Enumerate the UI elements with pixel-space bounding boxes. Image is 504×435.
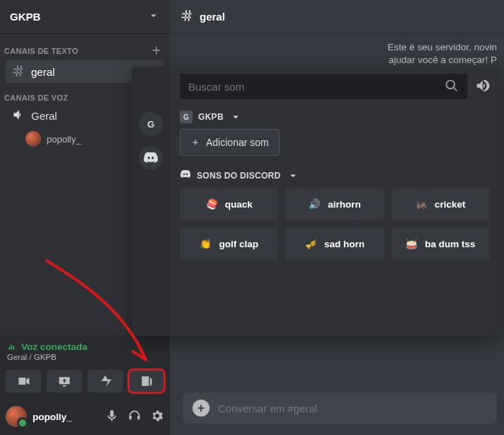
hash-icon — [11, 64, 25, 80]
sound-label: airhorn — [328, 199, 361, 210]
server-name: GKPB — [10, 11, 40, 23]
sound-ba-dum-tss[interactable]: 🥁 ba dum tss — [391, 227, 490, 260]
soundboard-button[interactable] — [129, 370, 164, 392]
plus-icon[interactable] — [150, 44, 163, 58]
sound-cricket[interactable]: 🦗 cricket — [391, 188, 490, 220]
sound-label: sad horn — [324, 239, 365, 249]
add-sound-label: Adicionar som — [206, 137, 269, 148]
channel-header: geral — [170, 0, 504, 34]
sound-label: golf clap — [219, 239, 258, 249]
sound-label: quack — [225, 199, 253, 210]
voice-connected-label: Voz conectada — [7, 341, 163, 352]
sound-grid: 🍣 quack 🔊 airhorn 🦗 cricket 👏 golf clap … — [180, 188, 490, 260]
rail-server-button[interactable]: G — [139, 112, 163, 136]
discord-icon — [180, 169, 191, 182]
channel-title: geral — [200, 11, 225, 23]
sound-label: cricket — [435, 199, 466, 210]
server-header[interactable]: GKPB — [0, 0, 170, 34]
sound-group-discord[interactable]: SONS DO DISCORD — [180, 169, 490, 182]
sound-group-server[interactable]: G GKPB — [180, 111, 490, 123]
add-sound-button[interactable]: ＋ Adicionar som — [180, 129, 280, 156]
sound-emoji: 🔊 — [309, 198, 321, 210]
chevron-down-icon — [147, 9, 160, 24]
plus-icon: ＋ — [190, 136, 200, 149]
channel-name: Geral — [31, 110, 57, 122]
volume-icon[interactable] — [474, 78, 490, 96]
activity-button[interactable] — [88, 370, 123, 392]
sound-golf-clap[interactable]: 👏 golf clap — [180, 227, 278, 260]
voice-action-row — [0, 366, 170, 398]
gear-icon[interactable] — [150, 409, 164, 425]
section-label: CANAIS DE VOZ — [4, 94, 68, 102]
sound-label: ba dum tss — [425, 239, 475, 249]
sound-emoji: 🦗 — [416, 198, 428, 210]
voice-status-panel: Voz conectada Geral / GKPB — [0, 335, 170, 366]
user-bar: popolly_ — [0, 398, 170, 435]
sound-emoji: 🥁 — [406, 238, 418, 249]
avatar — [25, 131, 41, 147]
chevron-down-icon — [229, 111, 242, 123]
hash-icon — [180, 9, 194, 25]
group-name: GKPB — [198, 112, 224, 122]
headphones-icon[interactable] — [127, 409, 142, 425]
voice-user-name: popolly_ — [47, 134, 81, 145]
rail-discord-button[interactable] — [139, 146, 163, 170]
sound-airhorn[interactable]: 🔊 airhorn — [285, 188, 384, 220]
chevron-down-icon — [287, 169, 299, 182]
welcome-hint: Este é seu servidor, novin ajudar você a… — [387, 41, 497, 67]
message-placeholder: Conversar em #geral — [218, 402, 317, 414]
video-button[interactable] — [6, 370, 41, 392]
sound-emoji: 🎺 — [305, 238, 317, 249]
sound-quack[interactable]: 🍣 quack — [180, 188, 278, 220]
sound-emoji: 👏 — [200, 238, 212, 249]
text-channels-header[interactable]: CANAIS DE TEXTO — [0, 34, 170, 60]
voice-status-sub: Geral / GKPB — [7, 353, 163, 361]
message-input[interactable]: + Conversar em #geral — [183, 392, 497, 424]
soundboard-panel: G G GKPB ＋ Adicionar som — [132, 67, 500, 336]
group-badge: G — [180, 111, 193, 123]
avatar[interactable] — [6, 406, 27, 427]
signal-icon — [7, 342, 17, 352]
channel-name: geral — [31, 66, 55, 78]
group-name: SONS DO DISCORD — [197, 171, 281, 181]
mic-icon[interactable] — [105, 409, 119, 425]
attach-button[interactable]: + — [193, 400, 210, 417]
search-input[interactable] — [188, 81, 445, 93]
speaker-icon — [11, 108, 25, 124]
search-icon — [445, 79, 459, 95]
section-label: CANAIS DE TEXTO — [4, 47, 79, 55]
sound-emoji: 🍣 — [206, 198, 218, 210]
screen-share-button[interactable] — [47, 370, 82, 392]
soundboard-rail: G — [132, 67, 170, 336]
sound-sad-horn[interactable]: 🎺 sad horn — [285, 227, 384, 260]
sound-search[interactable] — [180, 74, 467, 99]
user-name: popolly_ — [33, 412, 72, 422]
